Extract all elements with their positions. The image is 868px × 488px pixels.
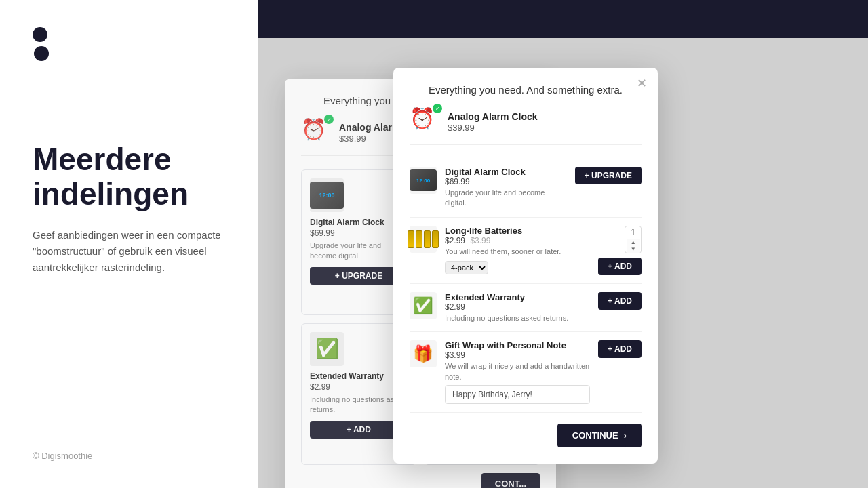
list-batteries-price: $2.99 $3.99 — [445, 236, 590, 245]
add-gift-wrap-list-button[interactable]: + ADD — [598, 340, 642, 358]
list-item-gift-wrap: 🎁 Gift Wrap with Personal Note $3.99 We … — [410, 332, 642, 413]
modal-list-footer: CONTINUE › — [410, 424, 642, 447]
logo — [33, 27, 225, 61]
modal-list-product-info: Analog Alarm Clock $39.99 — [448, 110, 538, 133]
modal-grid-continue-button[interactable]: CONT... — [481, 473, 540, 488]
list-gift-wrap-name: Gift Wrap with Personal Note — [445, 340, 590, 350]
footer-credit: © Digismoothie — [33, 451, 225, 461]
digital-clock-image: 12:00 — [310, 178, 344, 212]
list-batteries-image — [410, 226, 437, 253]
page-title: Meerdere indelingen — [33, 142, 225, 211]
add-warranty-list-button[interactable]: + ADD — [598, 292, 642, 310]
list-digital-clock-name: Digital Alarm Clock — [445, 167, 567, 177]
list-digital-clock-action: + UPGRADE — [575, 167, 642, 184]
list-gift-wrap-image: 🎁 — [410, 340, 437, 367]
list-warranty-action: + ADD — [598, 292, 642, 310]
list-warranty-price: $2.99 — [445, 302, 590, 312]
modal-list-product-price: $39.99 — [448, 123, 538, 133]
batteries-qty-value: 1 — [625, 226, 641, 239]
list-batteries-select-wrapper: 4-pack 8-pack — [445, 261, 590, 274]
modal-list: ✕ Everything you need. And something ext… — [393, 68, 658, 464]
list-gift-wrap-price: $3.99 — [445, 350, 590, 360]
list-digital-clock-info: Digital Alarm Clock $69.99 Upgrade your … — [445, 167, 567, 209]
right-panel: ✕ Everything you need. And something ext… — [258, 0, 868, 488]
list-digital-clock-price: $69.99 — [445, 177, 567, 186]
batteries-pack-select[interactable]: 4-pack 8-pack — [445, 261, 488, 274]
page-description: Geef aanbiedingen weer in een compacte "… — [33, 227, 225, 276]
list-batteries-desc: You will need them, sooner or later. — [445, 247, 590, 257]
list-warranty-image: ✅ — [410, 292, 437, 319]
modal-list-title: Everything you need. And something extra… — [410, 84, 642, 96]
list-gift-wrap-desc: We will wrap it nicely and add a handwri… — [445, 361, 590, 382]
warranty-image: ✅ — [310, 332, 344, 366]
product-header-image: ⏰ ✓ — [301, 117, 331, 147]
logo-dot-top — [33, 27, 47, 42]
top-bar — [258, 0, 868, 38]
list-batteries-name: Long-life Batteries — [445, 226, 590, 236]
list-gift-wrap-action: + ADD — [598, 340, 642, 358]
list-batteries-info: Long-life Batteries $2.99 $3.99 You will… — [445, 226, 590, 274]
list-gift-wrap-info: Gift Wrap with Personal Note $3.99 We wi… — [445, 340, 590, 404]
list-warranty-info: Extended Warranty $2.99 Including no que… — [445, 292, 590, 323]
continue-label: CONTINUE — [572, 430, 618, 441]
list-item-batteries: Long-life Batteries $2.99 $3.99 You will… — [410, 218, 642, 284]
list-warranty-name: Extended Warranty — [445, 292, 590, 302]
list-digital-clock-image: 12:00 — [410, 167, 437, 194]
modal-list-product-header: ⏰ ✓ Analog Alarm Clock $39.99 — [410, 106, 642, 145]
list-warranty-desc: Including no questions asked returns. — [445, 313, 590, 323]
batteries-qty-down[interactable]: ▼ — [627, 246, 640, 253]
list-item-digital-clock: 12:00 Digital Alarm Clock $69.99 Upgrade… — [410, 159, 642, 218]
list-batteries-action: 1 ▲ ▼ + ADD — [598, 226, 642, 275]
list-item-warranty: ✅ Extended Warranty $2.99 Including no q… — [410, 284, 642, 332]
modal-list-product-name: Analog Alarm Clock — [448, 111, 538, 122]
batteries-qty-arrows: ▲ ▼ — [627, 239, 640, 253]
upgrade-digital-clock-list-button[interactable]: + UPGRADE — [575, 167, 642, 184]
background-area: ✕ Everything you need. And something ext… — [258, 38, 868, 488]
modal-list-close-icon[interactable]: ✕ — [637, 76, 647, 91]
add-batteries-list-button[interactable]: + ADD — [598, 258, 642, 275]
modal-list-check-badge: ✓ — [433, 104, 442, 113]
logo-dot-bottom — [34, 46, 49, 61]
continue-chevron-icon: › — [624, 430, 627, 441]
product-check-badge: ✓ — [324, 115, 334, 124]
gift-note-input-list[interactable] — [445, 385, 590, 404]
left-panel: Meerdere indelingen Geef aanbiedingen we… — [0, 0, 258, 488]
continue-button[interactable]: CONTINUE › — [557, 424, 642, 447]
modal-list-product-image: ⏰ ✓ — [410, 106, 439, 136]
batteries-qty-up[interactable]: ▲ — [627, 239, 640, 246]
list-digital-clock-desc: Upgrade your life and become digital. — [445, 188, 567, 209]
modal-grid-footer: CONT... — [301, 473, 540, 488]
batteries-qty-control: 1 ▲ ▼ — [625, 226, 642, 253]
